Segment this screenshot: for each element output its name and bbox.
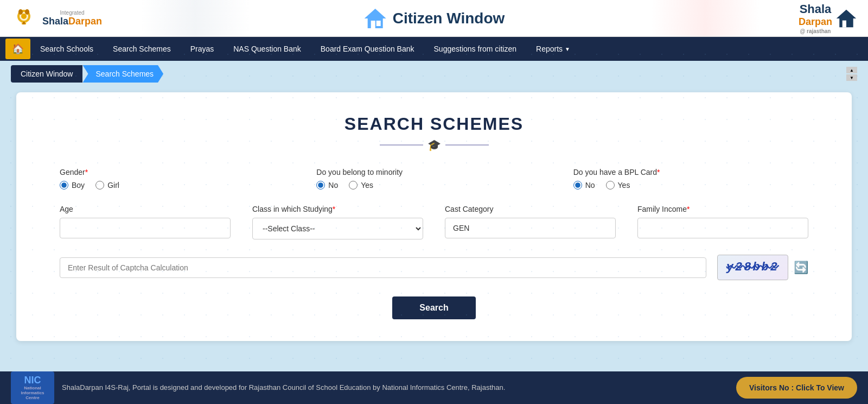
minority-label: Do you belong to minority (316, 168, 551, 176)
header-right: Shala Darpan @ rajasthan (799, 2, 857, 35)
visitors-button[interactable]: Visitors No : Click To View (736, 377, 857, 399)
captcha-row: y28bb2 🔄 (60, 255, 808, 280)
scroll-control[interactable]: ▲ ▼ (846, 67, 857, 81)
class-required-marker: * (333, 205, 335, 213)
breadcrumb-bar: Citizen Window Search Schemes ▲ ▼ (0, 61, 868, 87)
dropdown-arrow-icon: ▼ (565, 46, 570, 52)
class-select[interactable]: --Select Class-- (252, 218, 423, 239)
nav-nas-question-bank[interactable]: NAS Question Bank (224, 37, 311, 61)
main-content: SEARCH SCHEMES 🎓 Gender* Boy (0, 87, 868, 352)
graduation-icon: 🎓 (427, 138, 441, 152)
svg-point-4 (25, 9, 29, 15)
gender-label: Gender* (60, 168, 295, 176)
gender-group: Gender* Boy Girl (60, 168, 295, 190)
gender-girl-option[interactable]: Girl (95, 181, 119, 190)
nic-full-name: National Informatics Centre (16, 386, 49, 400)
shala-darpan-brand: Shala Darpan @ rajasthan (799, 2, 832, 35)
ashoka-emblem-icon (11, 5, 37, 31)
bpl-label: Do you have a BPL Card* (573, 168, 808, 176)
page-title: Citizen Window (393, 10, 505, 27)
svg-rect-8 (371, 21, 375, 28)
logo-section: Integrated ShalaDarpan (11, 5, 102, 31)
nic-logo: NIC National Informatics Centre (11, 371, 54, 403)
nic-abbreviation: NIC (24, 375, 41, 386)
nav-search-schools[interactable]: Search Schools (30, 37, 103, 61)
svg-rect-9 (376, 21, 381, 26)
form-title: SEARCH SCHEMES (60, 114, 808, 134)
nav-suggestions-from-citizen[interactable]: Suggestions from citizen (424, 37, 527, 61)
minority-no-radio[interactable] (316, 181, 325, 190)
nav-search-schemes[interactable]: Search Schemes (103, 37, 181, 61)
age-input[interactable] (60, 218, 231, 238)
captcha-image: y28bb2 (717, 255, 788, 280)
minority-no-option[interactable]: No (316, 181, 338, 190)
age-label: Age (60, 205, 231, 213)
class-label: Class in which Studying* (252, 205, 423, 213)
nav-board-exam-question-bank[interactable]: Board Exam Question Bank (311, 37, 424, 61)
gender-radio-group: Boy Girl (60, 181, 295, 190)
captcha-refresh-button[interactable]: 🔄 (794, 261, 808, 275)
breadcrumb-citizen-window[interactable]: Citizen Window (11, 65, 82, 83)
income-input[interactable] (637, 218, 808, 238)
cast-group: Cast Category (445, 205, 616, 238)
nav-home-button[interactable]: 🏠 (5, 39, 30, 59)
footer: NIC National Informatics Centre ShalaDar… (0, 371, 868, 404)
nav-prayas[interactable]: Prayas (181, 37, 224, 61)
svg-rect-11 (843, 20, 846, 27)
bpl-no-radio[interactable] (573, 181, 582, 190)
svg-point-2 (21, 14, 27, 19)
header-center: Citizen Window (363, 7, 505, 30)
footer-nic-section: NIC National Informatics Centre ShalaDar… (11, 371, 736, 403)
svg-point-3 (18, 9, 23, 15)
class-group: Class in which Studying* --Select Class-… (252, 205, 423, 239)
bpl-yes-option[interactable]: Yes (606, 181, 630, 190)
navbar: 🏠 Search Schools Search Schemes Prayas N… (0, 37, 868, 61)
nav-reports[interactable]: Reports ▼ (526, 37, 580, 61)
form-card: SEARCH SCHEMES 🎓 Gender* Boy (16, 92, 852, 341)
cast-label: Cast Category (445, 205, 616, 213)
gender-boy-radio[interactable] (60, 181, 68, 190)
refresh-icon: 🔄 (794, 261, 808, 274)
svg-rect-6 (23, 22, 25, 24)
header: Integrated ShalaDarpan Citizen Window Sh… (0, 0, 868, 37)
bpl-radio-group: No Yes (573, 181, 808, 190)
form-row-1: Gender* Boy Girl Do you belo (60, 168, 808, 190)
search-button[interactable]: Search (392, 296, 475, 319)
captcha-input[interactable] (60, 257, 706, 278)
bpl-no-option[interactable]: No (573, 181, 595, 190)
cast-input[interactable] (445, 218, 616, 238)
captcha-image-group: y28bb2 🔄 (717, 255, 808, 280)
captcha-input-group (60, 257, 706, 278)
age-group: Age (60, 205, 231, 238)
bpl-required-marker: * (657, 168, 660, 176)
home-icon: 🏠 (12, 43, 24, 55)
minority-radio-group: No Yes (316, 181, 551, 190)
logo-text: Integrated ShalaDarpan (42, 10, 102, 27)
footer-description: ShalaDarpan I4S-Raj, Portal is designed … (62, 383, 505, 392)
gender-boy-option[interactable]: Boy (60, 181, 85, 190)
scroll-up-button[interactable]: ▲ (846, 67, 857, 73)
bpl-yes-radio[interactable] (606, 181, 615, 190)
brand-house-icon (835, 8, 857, 29)
title-decoration: 🎓 (60, 138, 808, 152)
bpl-group: Do you have a BPL Card* No Yes (573, 168, 808, 190)
minority-yes-radio[interactable] (349, 181, 358, 190)
minority-group: Do you belong to minority No Yes (316, 168, 551, 190)
scroll-down-button[interactable]: ▼ (846, 74, 857, 81)
search-button-wrap: Search (60, 296, 808, 319)
income-group: Family Income* (637, 205, 808, 238)
form-row-2: Age Class in which Studying* --Select Cl… (60, 205, 808, 239)
income-required-marker: * (687, 205, 690, 213)
gender-required-marker: * (85, 168, 88, 176)
citizen-window-house-icon (363, 7, 387, 30)
gender-girl-radio[interactable] (95, 181, 104, 190)
minority-yes-option[interactable]: Yes (349, 181, 373, 190)
income-label: Family Income* (637, 205, 808, 213)
breadcrumb-search-schemes[interactable]: Search Schemes (82, 65, 163, 83)
